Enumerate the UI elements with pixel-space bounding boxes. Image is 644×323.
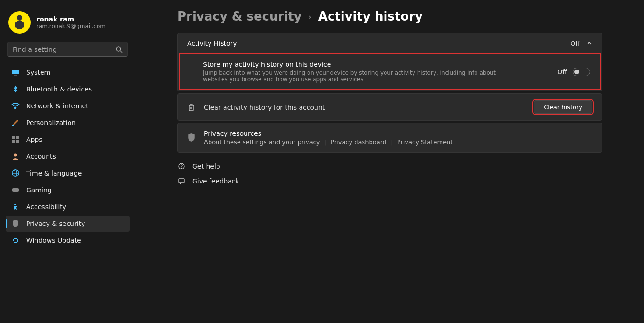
sidebar-item-label: Personalization	[26, 119, 76, 126]
sidebar-item-label: Accessibility	[26, 203, 66, 211]
sidebar-item-label: Accounts	[26, 153, 56, 160]
resource-link[interactable]: Privacy Statement	[397, 139, 453, 146]
svg-rect-3	[22, 22, 24, 28]
profile-name: ronak ram	[36, 15, 105, 23]
svg-rect-12	[12, 140, 15, 143]
chevron-up-icon	[587, 41, 592, 46]
svg-rect-10	[12, 136, 15, 139]
shield-icon	[11, 219, 20, 228]
svg-rect-11	[16, 136, 19, 139]
help-icon	[177, 162, 186, 170]
svg-point-8	[15, 107, 16, 109]
sidebar-item-accessibility[interactable]: Accessibility	[6, 199, 130, 215]
activity-history-card: Activity History Off Store my activity h…	[177, 33, 602, 91]
svg-point-23	[181, 168, 182, 168]
card-status: Off	[570, 40, 580, 47]
brush-icon	[11, 119, 20, 127]
resources-links: About these settings and your privacy | …	[204, 139, 453, 146]
svg-point-4	[116, 47, 121, 51]
sidebar-item-bluetooth[interactable]: Bluetooth & devices	[6, 81, 130, 97]
svg-rect-13	[16, 140, 19, 143]
monitor-icon	[11, 68, 20, 77]
sidebar-item-label: Windows Update	[26, 237, 81, 244]
feedback-icon	[177, 177, 186, 185]
get-help-link[interactable]: Get help	[177, 161, 602, 171]
gamepad-icon	[11, 186, 20, 194]
sidebar-item-label: Time & language	[26, 169, 82, 177]
sidebar-item-system[interactable]: System	[6, 64, 130, 80]
update-icon	[11, 236, 20, 245]
clear-history-button[interactable]: Clear history	[534, 100, 592, 114]
resource-link[interactable]: About these settings and your privacy	[204, 139, 320, 146]
sidebar-item-time-language[interactable]: Time & language	[6, 165, 130, 181]
resource-link[interactable]: Privacy dashboard	[330, 139, 386, 146]
sidebar-item-update[interactable]: Windows Update	[6, 232, 130, 248]
give-feedback-link[interactable]: Give feedback	[177, 176, 602, 186]
search-input[interactable]	[8, 46, 115, 53]
sidebar-item-label: Network & internet	[26, 102, 89, 110]
nav: System Bluetooth & devices Network & int…	[6, 64, 130, 248]
person-icon	[11, 152, 20, 161]
store-history-title: Store my activity history on this device	[203, 61, 502, 68]
svg-rect-18	[12, 188, 19, 192]
svg-rect-7	[14, 75, 17, 76]
help-links: Get help Give feedback	[177, 161, 602, 186]
sidebar-item-label: Bluetooth & devices	[26, 85, 92, 93]
store-history-desc: Jump back into what you were doing on yo…	[203, 70, 502, 83]
sidebar-item-label: Privacy & security	[26, 220, 85, 227]
card-title: Activity History	[187, 40, 237, 47]
sidebar-item-privacy[interactable]: Privacy & security	[6, 216, 130, 232]
sidebar-item-label: Apps	[26, 136, 42, 143]
sidebar-item-accounts[interactable]: Accounts	[6, 148, 130, 164]
profile-email: ram.ronak.9@gmail.com	[36, 23, 105, 29]
bluetooth-icon	[11, 85, 20, 93]
accessibility-icon	[11, 203, 20, 211]
clear-history-label: Clear activity history for this account	[204, 104, 325, 111]
svg-point-14	[14, 154, 17, 157]
breadcrumb-parent[interactable]: Privacy & security	[177, 9, 302, 23]
give-feedback-label: Give feedback	[192, 177, 239, 185]
clear-history-row: Clear activity history for this account …	[177, 93, 602, 121]
sidebar-item-gaming[interactable]: Gaming	[6, 182, 130, 198]
toggle-state-label: Off	[557, 68, 567, 76]
shield-icon	[187, 133, 196, 142]
sidebar-item-label: Gaming	[26, 186, 52, 194]
svg-line-5	[120, 51, 122, 53]
svg-rect-1	[17, 21, 22, 29]
svg-point-19	[14, 204, 16, 205]
sidebar: ronak ram ram.ronak.9@gmail.com System B…	[0, 0, 135, 323]
svg-rect-2	[15, 22, 17, 28]
card-header[interactable]: Activity History Off	[178, 33, 602, 54]
breadcrumb: Privacy & security › Activity history	[177, 9, 602, 23]
chevron-right-icon: ›	[308, 12, 312, 21]
apps-icon	[11, 135, 20, 144]
store-history-toggle[interactable]	[573, 68, 590, 76]
globe-icon	[11, 169, 20, 177]
privacy-resources-row: Privacy resources About these settings a…	[177, 123, 602, 153]
store-history-row: Store my activity history on this device…	[179, 53, 601, 90]
sidebar-item-network[interactable]: Network & internet	[6, 98, 130, 114]
profile-block[interactable]: ronak ram ram.ronak.9@gmail.com	[6, 8, 130, 42]
svg-point-0	[17, 15, 22, 21]
svg-rect-9	[12, 125, 14, 126]
search-box[interactable]	[7, 42, 128, 57]
svg-rect-6	[12, 70, 19, 74]
get-help-label: Get help	[192, 162, 220, 170]
sidebar-item-apps[interactable]: Apps	[6, 132, 130, 147]
search-icon	[115, 46, 123, 53]
sidebar-item-label: System	[26, 69, 50, 76]
avatar	[8, 11, 31, 34]
main-content: Privacy & security › Activity history Ac…	[135, 0, 644, 323]
breadcrumb-current: Activity history	[318, 9, 423, 23]
svg-rect-24	[179, 179, 184, 183]
trash-icon	[187, 103, 196, 112]
sidebar-item-personalization[interactable]: Personalization	[6, 115, 130, 131]
wifi-icon	[11, 102, 20, 110]
resources-title: Privacy resources	[204, 130, 453, 137]
